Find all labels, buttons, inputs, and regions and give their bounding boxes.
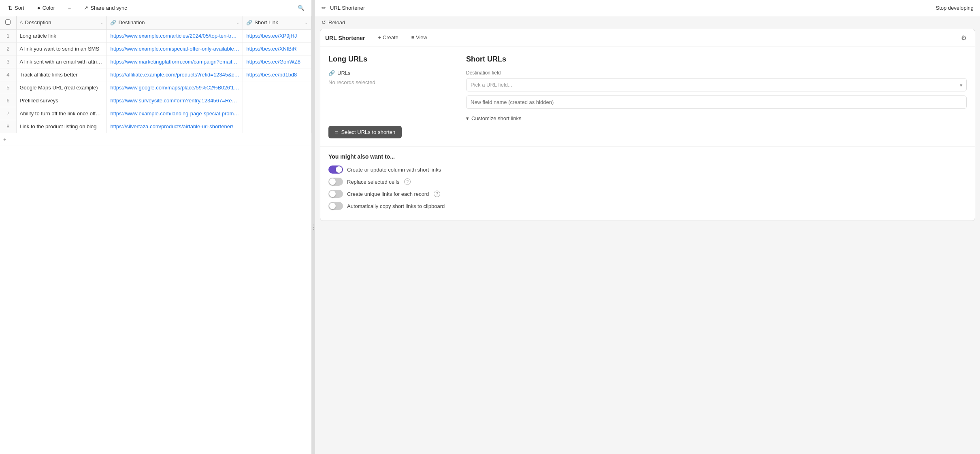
description-cell[interactable]: Track affiliate links better [16, 68, 107, 81]
row-number: 6 [0, 94, 16, 107]
url-field-select[interactable]: Pick a URL field... [466, 78, 967, 91]
add-row-icon: + [3, 136, 6, 142]
view-nav-button[interactable]: ≡ View [405, 31, 434, 45]
link-icon: 🔗 [328, 70, 335, 76]
long-urls-column: Long URLs 🔗 URLs No records selected ≡ S… [328, 55, 450, 138]
select-urls-label: Select URLs to shorten [341, 129, 396, 135]
settings-icon: ⚙ [961, 34, 967, 42]
short-link-cell[interactable]: https://bes.ee/XP9jHJ [243, 29, 311, 42]
search-icon: 🔍 [298, 5, 305, 11]
select-urls-button[interactable]: ≡ Select URLs to shorten [328, 126, 402, 138]
checkbox-header[interactable] [0, 16, 16, 29]
short-link-sort-icon: ⌄ [305, 20, 308, 25]
short-link-cell[interactable] [243, 120, 311, 133]
destination-header-label: Destination [118, 19, 145, 25]
destination-cell[interactable]: https://www.example.com/special-offer-on… [107, 42, 243, 55]
description-cell[interactable]: Long article link [16, 29, 107, 42]
color-icon: ● [37, 5, 40, 11]
toggle-replace-cells[interactable] [328, 178, 343, 186]
table-container: A Description ⌄ 🔗 Destination ⌄ [0, 16, 311, 454]
help-icon-replace-cells[interactable]: ? [404, 178, 411, 185]
short-urls-column: Short URLs Destination field Pick a URL … [466, 55, 967, 138]
destination-field-label: Destination field [466, 70, 967, 76]
short-link-cell[interactable]: https://bes.ee/pd1bd8 [243, 68, 311, 81]
short-link-cell[interactable] [243, 107, 311, 120]
toggle-create-update-col[interactable] [328, 165, 343, 174]
reload-bar[interactable]: ↺ Reload [315, 16, 980, 29]
chevron-down-icon: ▾ [466, 115, 469, 121]
short-link-cell[interactable]: https://bes.ee/XNfBiR [243, 42, 311, 55]
reload-label: Reload [328, 19, 345, 25]
description-cell[interactable]: Ability to turn off the link once offer … [16, 107, 107, 120]
select-all-checkbox[interactable] [5, 19, 11, 25]
panel-divider[interactable]: ⋮ [312, 0, 315, 454]
row-number: 7 [0, 107, 16, 120]
ext-settings-button[interactable]: ⚙ [958, 32, 970, 44]
table-row: 1 Long article link https://www.example.… [0, 29, 311, 42]
want-title: You might also want to... [328, 153, 967, 160]
ext-brand-title: URL Shortener [325, 35, 365, 41]
destination-cell[interactable]: https://www.marketingplatform.com/campai… [107, 55, 243, 68]
rows-icon: ≡ [68, 5, 71, 11]
destination-cell[interactable]: https://www.example.com/landing-page-spe… [107, 107, 243, 120]
short-link-header[interactable]: 🔗 Short Link ⌄ [243, 16, 311, 29]
row-number: 1 [0, 29, 16, 42]
sort-icon: ⇅ [8, 5, 13, 11]
help-icon-create-unique[interactable]: ? [434, 191, 440, 197]
destination-cell[interactable]: https://affiliate.example.com/products?r… [107, 68, 243, 81]
reload-icon: ↺ [322, 19, 326, 25]
short-link-cell[interactable] [243, 94, 311, 107]
share-button[interactable]: ↗ Share and sync [81, 3, 130, 13]
row-number: 3 [0, 55, 16, 68]
destination-header[interactable]: 🔗 Destination ⌄ [107, 16, 243, 29]
description-header[interactable]: A Description ⌄ [16, 16, 107, 29]
short-link-header-label: Short Link [254, 19, 278, 25]
toggle-auto-copy[interactable] [328, 202, 343, 210]
toggle-create-unique[interactable] [328, 190, 343, 198]
destination-cell[interactable]: https://www.surveysite.com/form?entry.12… [107, 94, 243, 107]
destination-cell[interactable]: https://www.example.com/articles/2024/05… [107, 29, 243, 42]
toggle-label-create-update-col: Create or update column with short links [347, 167, 441, 173]
row-number: 5 [0, 81, 16, 94]
want-section: You might also want to... Create or upda… [320, 146, 975, 221]
toggle-row-replace-cells: Replace selected cells ? [328, 178, 967, 186]
spreadsheet-panel: ⇅ Sort ● Color ≡ ↗ Share and sync 🔍 [0, 0, 312, 454]
destination-cell[interactable]: https://www.google.com/maps/place/59%C2%… [107, 81, 243, 94]
stop-dev-button[interactable]: Stop developing [936, 5, 974, 11]
customize-links-toggle[interactable]: ▾ Customize short links [466, 115, 967, 121]
table-row: 8 Link to the product listing on blog ht… [0, 120, 311, 133]
create-nav-button[interactable]: + Create [372, 31, 405, 45]
urls-source-row: 🔗 URLs [328, 70, 450, 76]
color-button[interactable]: ● Color [34, 3, 58, 13]
toggle-label-replace-cells: Replace selected cells [347, 179, 399, 185]
add-row-button[interactable]: + [0, 133, 311, 146]
rows-button[interactable]: ≡ [65, 3, 75, 13]
row-number: 2 [0, 42, 16, 55]
short-link-col-icon: 🔗 [246, 20, 252, 25]
description-cell[interactable]: A link sent with an email with attribu..… [16, 55, 107, 68]
share-label: Share and sync [90, 5, 127, 11]
destination-cell[interactable]: https://silvertaza.com/products/airtable… [107, 120, 243, 133]
extension-card: URL Shortener + Create ≡ View ⚙ Long URL… [320, 29, 975, 221]
select-urls-icon: ≡ [335, 129, 338, 135]
ext-body: Long URLs 🔗 URLs No records selected ≡ S… [320, 47, 975, 146]
color-label: Color [43, 5, 55, 11]
no-records-text: No records selected [328, 79, 450, 85]
toolbar: ⇅ Sort ● Color ≡ ↗ Share and sync 🔍 [0, 0, 311, 16]
sort-button[interactable]: ⇅ Sort [5, 3, 28, 13]
description-cell[interactable]: Google Maps URL (real example) [16, 81, 107, 94]
short-link-cell[interactable]: https://bes.ee/GonWZ8 [243, 55, 311, 68]
description-col-icon: A [20, 20, 23, 25]
description-header-label: Description [25, 19, 51, 25]
description-cell[interactable]: Link to the product listing on blog [16, 120, 107, 133]
right-header: ✏ URL Shortener Stop developing [315, 0, 980, 16]
search-button[interactable]: 🔍 [295, 2, 307, 14]
table-row: 3 A link sent with an email with attribu… [0, 55, 311, 68]
new-field-input[interactable] [466, 95, 967, 109]
ext-nav: URL Shortener + Create ≡ View ⚙ [320, 29, 975, 47]
customize-links-label: Customize short links [471, 115, 522, 121]
short-link-cell[interactable] [243, 81, 311, 94]
description-cell[interactable]: A link you want to send in an SMS [16, 42, 107, 55]
table-row: 4 Track affiliate links better https://a… [0, 68, 311, 81]
description-cell[interactable]: Prefilled surveys [16, 94, 107, 107]
